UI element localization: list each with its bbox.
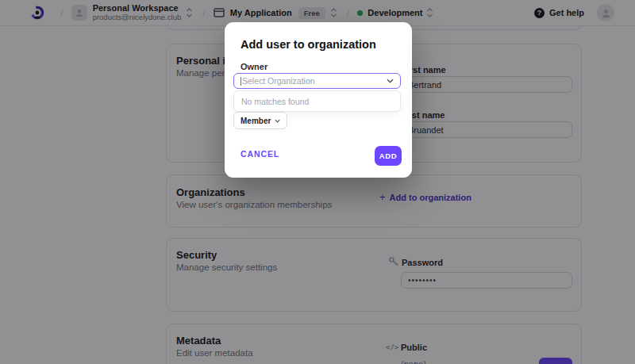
role-select-button[interactable]: Member [233,112,287,129]
chevron-down-icon [387,79,394,83]
app-window: / Personal Workspace products@nicelydone… [0,0,635,364]
cancel-button[interactable]: CANCEL [241,149,279,159]
role-label: Member [241,117,271,125]
no-matches-message: No matches found [241,97,309,106]
owner-label: Owner [241,62,267,71]
chevron-down-icon [275,119,280,123]
text-cursor [241,77,241,86]
add-button[interactable]: ADD [375,146,402,166]
organization-dropdown-panel: No matches found [233,90,401,112]
modal-title: Add user to organization [241,38,376,51]
organization-select[interactable]: Select Organization [233,73,401,89]
organization-select-placeholder: Select Organization [242,76,387,86]
add-user-to-organization-modal: Add user to organization Owner Select Or… [225,22,412,178]
